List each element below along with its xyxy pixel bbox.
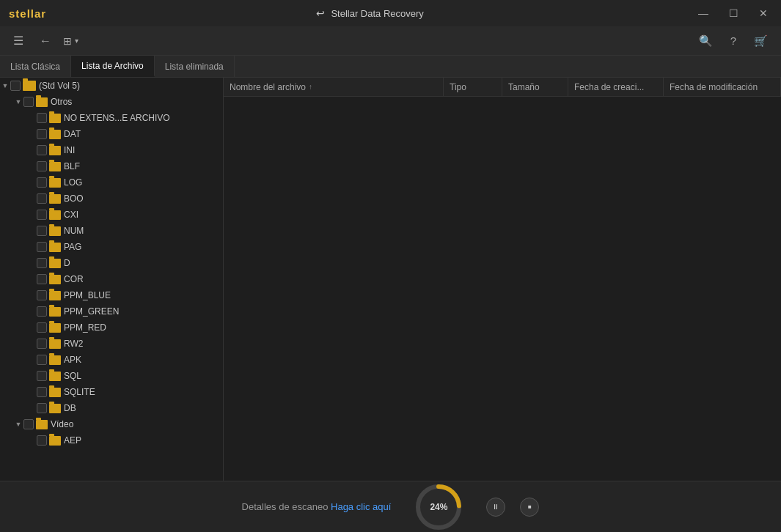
col-fecha-creacion[interactable]: Fecha de creaci... (568, 78, 664, 96)
tree-item-cor[interactable]: ▶ COR (0, 271, 223, 287)
tree-item-label: INI (64, 145, 75, 155)
stop-button[interactable]: ■ (520, 498, 539, 517)
tree-item-db[interactable]: ▶ DB (0, 400, 223, 416)
checkbox-item[interactable] (37, 226, 47, 236)
tree-item-sql[interactable]: ▶ SQL (0, 368, 223, 384)
pause-button[interactable]: ⏸ (486, 498, 505, 517)
tree-item-label: BLF (64, 161, 80, 171)
help-button[interactable]: ? (726, 32, 741, 50)
folder-icon-item (49, 372, 61, 381)
tree-item-label: PPM_GREEN (64, 306, 119, 317)
tree-toggle-otros[interactable]: ▼ (13, 98, 23, 106)
tree-item-ppm-green[interactable]: ▶ PPM_GREEN (0, 303, 223, 319)
checkbox-item[interactable] (37, 145, 47, 155)
checkbox-video[interactable] (23, 419, 34, 429)
menu-button[interactable]: ☰ (9, 31, 28, 51)
tree-panel[interactable]: ▼ (Std Vol 5) ▼ Otros ▶ NO EXTENS...E AR… (0, 78, 224, 532)
tree-item-ppm-red[interactable]: ▶ PPM_RED (0, 319, 223, 336)
tree-toggle: ▶ (26, 259, 37, 267)
checkbox-item[interactable] (37, 113, 47, 123)
tree-item-otros[interactable]: ▼ Otros (0, 94, 223, 110)
tree-item-label: DAT (64, 129, 81, 139)
checkbox-item[interactable] (37, 403, 47, 413)
tree-item-video[interactable]: ▼ Vídeo (0, 416, 223, 432)
tree-item-label: PAG (64, 242, 81, 252)
checkbox-root[interactable] (10, 81, 21, 91)
folder-icon-item (49, 162, 61, 171)
checkbox-item[interactable] (37, 339, 47, 349)
col-tipo[interactable]: Tipo (444, 78, 502, 96)
checkbox-item[interactable] (37, 210, 47, 220)
checkbox-item[interactable] (37, 371, 47, 381)
checkbox-item[interactable] (37, 129, 47, 139)
checkbox-item[interactable] (37, 242, 47, 252)
tree-item-boo[interactable]: ▶ BOO (0, 191, 223, 207)
tree-toggle: ▶ (26, 227, 37, 234)
checkbox-item[interactable] (37, 193, 47, 204)
checkbox-item[interactable] (37, 306, 47, 317)
checkbox-aep[interactable] (37, 435, 47, 446)
tree-item-num[interactable]: ▶ NUM (0, 223, 223, 239)
tree-item-ppm-blue[interactable]: ▶ PPM_BLUE (0, 287, 223, 303)
tree-item-label: SQL (64, 371, 81, 381)
close-button[interactable]: ✕ (755, 6, 772, 21)
checkbox-item[interactable] (37, 177, 47, 188)
progress-circle: 24% (413, 481, 464, 533)
tree-toggle: ▶ (26, 308, 37, 315)
tree-item-no-extens---e-archivo[interactable]: ▶ NO EXTENS...E ARCHIVO (0, 110, 223, 126)
checkbox-item[interactable] (37, 387, 47, 397)
checkbox-item[interactable] (37, 161, 47, 171)
tree-item-ini[interactable]: ▶ INI (0, 142, 223, 158)
minimize-button[interactable]: — (694, 6, 713, 21)
tree-toggle: ▶ (26, 147, 37, 154)
back-button[interactable]: ← (35, 32, 56, 51)
tree-toggle: ▶ (26, 324, 37, 331)
tree-item-blf[interactable]: ▶ BLF (0, 158, 223, 174)
search-button[interactable]: 🔍 (694, 32, 717, 51)
checkbox-item[interactable] (37, 258, 47, 268)
progress-percent: 24% (430, 502, 447, 512)
col-fecha-modificacion[interactable]: Fecha de modificación (664, 78, 781, 96)
scan-link[interactable]: Haga clic aquí (331, 501, 391, 512)
checkbox-item[interactable] (37, 290, 47, 300)
folder-icon-item (49, 404, 61, 413)
tab-lista-clasica[interactable]: Lista Clásica (0, 56, 71, 77)
checkbox-item[interactable] (37, 274, 47, 284)
tree-item-label: PPM_RED (64, 322, 106, 333)
tree-item-cxi[interactable]: ▶ CXI (0, 207, 223, 223)
tree-item-pag[interactable]: ▶ PAG (0, 239, 223, 255)
tree-toggle: ▶ (26, 243, 37, 251)
tab-lista-archivo[interactable]: Lista de Archivo (71, 56, 155, 77)
file-list-empty (224, 97, 781, 126)
folder-icon-otros (36, 97, 48, 107)
tab-lista-eliminada[interactable]: Lista eliminada (155, 56, 235, 77)
col-filename[interactable]: Nombre del archivo ↑ (224, 78, 444, 96)
tree-item-dat[interactable]: ▶ DAT (0, 126, 223, 142)
file-panel[interactable]: Nombre del archivo ↑ Tipo Tamaño Fecha d… (224, 78, 781, 532)
tree-item-sqlite[interactable]: ▶ SQLITE (0, 384, 223, 400)
title-bar: stellar ↩ Stellar Data Recovery — ☐ ✕ (0, 0, 781, 26)
folder-icon-item (49, 275, 61, 284)
tree-item-aep[interactable]: ▶ AEP (0, 432, 223, 448)
folder-icon-item (49, 388, 61, 397)
tree-toggle-video[interactable]: ▼ (13, 421, 23, 428)
tree-item-log[interactable]: ▶ LOG (0, 174, 223, 191)
maximize-button[interactable]: ☐ (725, 6, 743, 21)
tree-item-root[interactable]: ▼ (Std Vol 5) (0, 78, 223, 94)
checkbox-otros[interactable] (23, 97, 34, 107)
tree-toggle-root[interactable]: ▼ (0, 82, 10, 89)
cart-button[interactable]: 🛒 (749, 32, 772, 51)
col-tamano[interactable]: Tamaño (502, 78, 568, 96)
tree-item-d[interactable]: ▶ D (0, 255, 223, 271)
tree-toggle: ▶ (26, 211, 37, 218)
checkbox-item[interactable] (37, 322, 47, 333)
folder-icon-aep (49, 436, 61, 446)
folder-icon-item (49, 130, 61, 139)
title-bar-right: — ☐ ✕ (694, 6, 772, 21)
checkbox-item[interactable] (37, 355, 47, 365)
title-bar-left: stellar (9, 7, 46, 20)
view-toggle[interactable]: ⊞ ▾ (63, 35, 78, 47)
tree-item-apk[interactable]: ▶ APK (0, 352, 223, 368)
tree-item-rw2[interactable]: ▶ RW2 (0, 336, 223, 352)
folder-icon-root (23, 81, 36, 91)
